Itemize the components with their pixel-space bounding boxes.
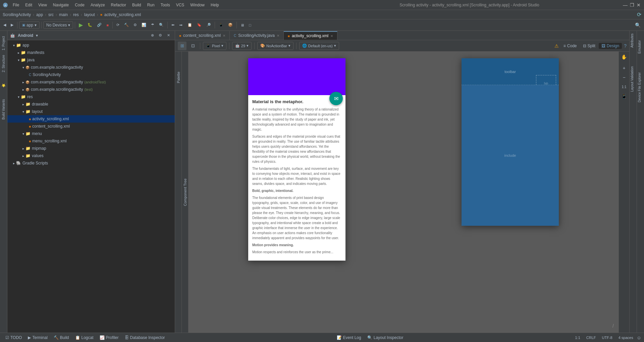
close-tab-activity-scrolling[interactable]: ✕	[330, 34, 333, 38]
avd-manager-button[interactable]: 📱	[217, 22, 225, 28]
tab-content-scrolling[interactable]: ■ content_scrolling.xml ✕	[175, 31, 230, 40]
project-tab[interactable]: 1: Project	[1, 34, 6, 52]
close-tab-content-scrolling[interactable]: ✕	[223, 34, 225, 38]
recent-files-button[interactable]: 📋	[185, 22, 194, 28]
tab-scrolling-activity[interactable]: C ScrollingActivity.java ✕	[230, 31, 284, 40]
menu-navigate[interactable]: Navigate	[50, 2, 71, 8]
build-button[interactable]: 🔨 Build	[51, 335, 72, 341]
event-log-button[interactable]: 📝 Event Log	[334, 335, 364, 341]
code-view-button[interactable]: ≡ Code	[561, 43, 580, 49]
breadcrumb-layout[interactable]: layout	[84, 12, 95, 17]
warning-icon[interactable]: ⚠	[554, 43, 559, 49]
menu-window[interactable]: Window	[187, 2, 207, 8]
tree-item-values[interactable]: ▸ 📁 values	[7, 152, 175, 159]
attach-debugger-button[interactable]: 🔗	[95, 22, 104, 28]
app-selector[interactable]: ▣ app ▾	[19, 21, 40, 29]
todo-button[interactable]: ☑ TODO	[3, 335, 24, 341]
database-inspector-button[interactable]: 🗄 Database Inspector	[122, 335, 168, 341]
menu-analyze[interactable]: Analyze	[88, 2, 108, 8]
debug-button[interactable]: 🐛	[86, 22, 94, 28]
menu-edit[interactable]: Edit	[22, 2, 35, 8]
build-button[interactable]: ⚙	[131, 22, 139, 28]
terminal-button[interactable]: ▶ Terminal	[25, 335, 50, 341]
logcat-button[interactable]: 📋 Logcat	[72, 335, 96, 341]
palette-label[interactable]: Palette	[176, 72, 180, 83]
android-dropdown[interactable]: ▾	[36, 33, 38, 38]
menu-vcs[interactable]: VCS	[173, 2, 187, 8]
breadcrumb-app[interactable]: app	[36, 12, 43, 17]
settings-button[interactable]: ⚙	[157, 32, 164, 39]
layout-editor-button[interactable]: □	[247, 22, 253, 28]
breadcrumb-res[interactable]: res	[73, 12, 79, 17]
menu-refactor[interactable]: Refactor	[108, 2, 129, 8]
search-everywhere-button[interactable]: 🔍	[633, 21, 643, 29]
zoom-in-button[interactable]: +	[620, 64, 628, 72]
sync-project-button[interactable]: ⟳	[114, 22, 121, 28]
breadcrumb-project[interactable]: ScrollingActivity	[3, 12, 31, 17]
no-devices-button[interactable]: No Devices ▾	[43, 21, 73, 29]
menu-code[interactable]: Code	[72, 2, 87, 8]
feedback-icon[interactable]: ☺	[637, 335, 641, 340]
menu-run[interactable]: Run	[145, 2, 157, 8]
build-variants-tab[interactable]: Build Variants	[1, 97, 6, 122]
scope-button[interactable]: ⊕	[149, 32, 156, 39]
tree-item-drawable[interactable]: ▸ 📁 drawable	[7, 100, 175, 108]
tree-item-menu[interactable]: ▾ 📁 menu	[7, 130, 175, 137]
favorites-tab[interactable]: ⭐	[1, 82, 6, 90]
tree-item-app[interactable]: ▾ 📁 app	[7, 42, 175, 49]
navigate-forward-button[interactable]: ⮕	[177, 22, 185, 28]
tree-item-gradle[interactable]: ▸ 🐘 Gradle Scripts	[7, 159, 175, 167]
sync-icon[interactable]: ⟳	[637, 11, 641, 18]
attributes-sidebar-tab[interactable]: Attributes	[630, 31, 637, 50]
design-surface-button[interactable]: ⊞	[178, 42, 186, 50]
layout-inspector-button[interactable]: 🔍 Layout Inspector	[365, 335, 406, 341]
menu-build[interactable]: Build	[129, 2, 144, 8]
close-panel-button[interactable]: ✕	[165, 32, 172, 39]
hand-tool-button[interactable]: ✋	[620, 53, 628, 61]
tree-item-package-android-test[interactable]: ▸ 📦 com.example.scrollingactivity (andro…	[7, 78, 175, 86]
tree-item-java[interactable]: ▾ 📁 java	[7, 56, 175, 64]
component-tree-panel[interactable]: Component Tree	[182, 52, 189, 333]
tab-activity-scrolling[interactable]: ■ activity_scrolling.xml ✕	[284, 31, 337, 40]
device-file-explorer-tab[interactable]: Device File Explorer	[637, 70, 644, 105]
locale-selector[interactable]: 🌐 Default (en-us) ▾	[299, 42, 339, 50]
tree-item-activity-scrolling[interactable]: ■ activity_scrolling.xml	[7, 115, 175, 123]
analyze-button[interactable]: 🔍	[157, 22, 166, 28]
profiler-button[interactable]: 📈 Profiler	[97, 335, 121, 341]
sdk-manager-button[interactable]: 📦	[226, 22, 235, 28]
navigate-back-button[interactable]: ⬅	[169, 22, 176, 28]
make-project-button[interactable]: 🔨	[122, 22, 131, 28]
help-icon[interactable]: ?	[624, 43, 627, 49]
maximize-button[interactable]: ❐	[629, 2, 635, 8]
menu-tools[interactable]: Tools	[158, 2, 173, 8]
api-selector[interactable]: 🤖 29 ▾	[232, 42, 252, 50]
tree-item-manifests[interactable]: ▸ 📁 manifests	[7, 49, 175, 56]
design-view-button[interactable]: 🖼 Design	[599, 43, 622, 49]
tree-item-scrolling-activity[interactable]: C ScrollingActivity	[7, 71, 175, 78]
run-button[interactable]: ▶	[77, 21, 85, 29]
close-button[interactable]: ✕	[636, 2, 641, 8]
tree-item-res[interactable]: ▾ 📁 res	[7, 93, 175, 100]
structure-tab[interactable]: 2: Structure	[1, 53, 6, 74]
stop-button[interactable]: ■	[104, 22, 111, 28]
menu-help[interactable]: Help	[208, 2, 222, 8]
device-frame-button[interactable]: 📱	[620, 92, 628, 100]
tree-item-menu-scrolling[interactable]: ■ menu_scrolling.xml	[7, 137, 175, 145]
menu-file[interactable]: File	[10, 2, 22, 8]
profile-button[interactable]: 📊	[140, 22, 148, 28]
split-view-button[interactable]: ⊟ Split	[580, 43, 598, 49]
tree-item-content-scrolling[interactable]: ■ content_scrolling.xml	[7, 123, 175, 130]
tree-item-package-main[interactable]: ▾ 📦 com.example.scrollingactivity	[7, 64, 175, 71]
forward-button[interactable]: ▶	[9, 22, 15, 28]
blueprint-view-button[interactable]: ⊡	[189, 42, 197, 50]
menu-view[interactable]: View	[36, 2, 50, 8]
device-selector[interactable]: 📱 Pixel ▾	[203, 42, 226, 50]
coverage-button[interactable]: ☂	[149, 22, 156, 28]
component-tree-label[interactable]: Component Tree	[183, 179, 187, 206]
device-manager-button[interactable]: 🖥	[238, 22, 246, 28]
emulator-sidebar-tab[interactable]: Emulator	[637, 38, 644, 56]
breadcrumb-src[interactable]: src	[48, 12, 54, 17]
layout-validation-sidebar-tab[interactable]: Layout Validation	[630, 64, 637, 94]
palette-panel[interactable]: Palette	[175, 52, 182, 333]
zoom-out-button[interactable]: −	[620, 73, 628, 81]
